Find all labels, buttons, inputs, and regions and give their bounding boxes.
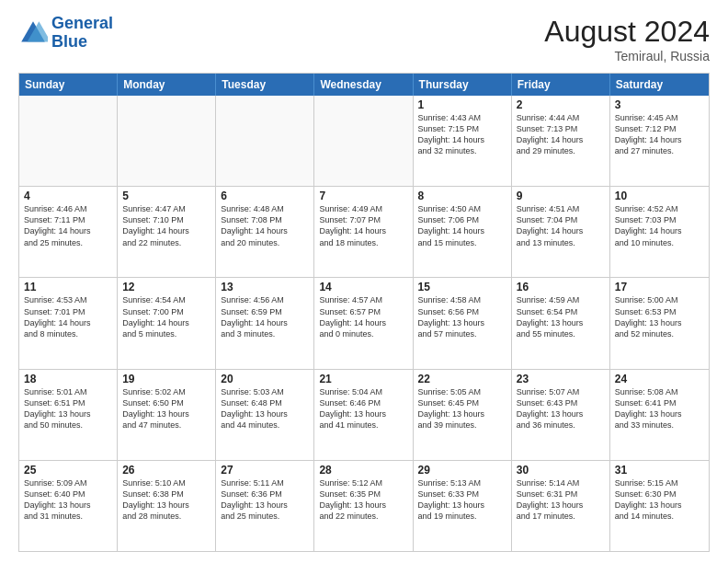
- cal-cell-4-3: 20Sunrise: 5:03 AM Sunset: 6:48 PM Dayli…: [216, 370, 314, 460]
- cal-cell-3-6: 16Sunrise: 4:59 AM Sunset: 6:54 PM Dayli…: [512, 278, 610, 368]
- cell-text: Sunrise: 5:10 AM Sunset: 6:38 PM Dayligh…: [122, 477, 210, 523]
- cell-text: Sunrise: 4:54 AM Sunset: 7:00 PM Dayligh…: [122, 294, 210, 339]
- cal-cell-3-2: 12Sunrise: 4:54 AM Sunset: 7:00 PM Dayli…: [118, 278, 216, 368]
- cal-cell-1-1: [19, 96, 118, 186]
- cell-text: Sunrise: 5:05 AM Sunset: 6:45 PM Dayligh…: [418, 386, 506, 431]
- day-number: 15: [418, 281, 506, 293]
- cal-cell-3-4: 14Sunrise: 4:57 AM Sunset: 6:57 PM Dayli…: [314, 278, 413, 368]
- logo-line2: Blue: [51, 33, 113, 52]
- day-number: 25: [24, 464, 112, 477]
- cal-cell-4-7: 24Sunrise: 5:08 AM Sunset: 6:41 PM Dayli…: [610, 370, 709, 460]
- day-number: 24: [615, 373, 704, 385]
- title-block: August 2024 Temiraul, Russia: [544, 15, 710, 63]
- month-year: August 2024: [544, 15, 710, 49]
- header-friday: Friday: [512, 74, 610, 96]
- day-number: 10: [615, 190, 704, 202]
- logo-line1: General: [51, 15, 113, 33]
- header-wednesday: Wednesday: [314, 74, 413, 96]
- day-number: 26: [122, 464, 210, 477]
- day-number: 22: [418, 373, 506, 385]
- logo: General Blue: [18, 15, 113, 52]
- day-number: 27: [221, 464, 309, 477]
- cell-text: Sunrise: 5:07 AM Sunset: 6:43 PM Dayligh…: [517, 386, 605, 431]
- calendar-body: 1Sunrise: 4:43 AM Sunset: 7:15 PM Daylig…: [19, 96, 709, 551]
- cal-cell-2-5: 8Sunrise: 4:50 AM Sunset: 7:06 PM Daylig…: [414, 187, 512, 277]
- header-monday: Monday: [118, 74, 216, 96]
- cal-cell-2-2: 5Sunrise: 4:47 AM Sunset: 7:10 PM Daylig…: [118, 187, 216, 277]
- cell-text: Sunrise: 5:14 AM Sunset: 6:31 PM Dayligh…: [517, 477, 605, 523]
- page: General Blue August 2024 Temiraul, Russi…: [0, 0, 728, 563]
- cell-text: Sunrise: 4:57 AM Sunset: 6:57 PM Dayligh…: [319, 294, 407, 339]
- day-number: 11: [24, 281, 112, 293]
- cell-text: Sunrise: 5:11 AM Sunset: 6:36 PM Dayligh…: [221, 477, 309, 523]
- cal-row-2: 4Sunrise: 4:46 AM Sunset: 7:11 PM Daylig…: [19, 186, 709, 277]
- header: General Blue August 2024 Temiraul, Russi…: [18, 15, 710, 63]
- cal-cell-1-7: 3Sunrise: 4:45 AM Sunset: 7:12 PM Daylig…: [610, 96, 709, 186]
- cal-cell-4-6: 23Sunrise: 5:07 AM Sunset: 6:43 PM Dayli…: [512, 370, 610, 460]
- cal-cell-1-4: [314, 96, 413, 186]
- header-tuesday: Tuesday: [216, 74, 314, 96]
- cal-cell-5-4: 28Sunrise: 5:12 AM Sunset: 6:35 PM Dayli…: [314, 461, 413, 551]
- cell-text: Sunrise: 4:56 AM Sunset: 6:59 PM Dayligh…: [221, 294, 309, 339]
- cal-row-5: 25Sunrise: 5:09 AM Sunset: 6:40 PM Dayli…: [19, 460, 709, 551]
- cal-cell-2-4: 7Sunrise: 4:49 AM Sunset: 7:07 PM Daylig…: [314, 187, 413, 277]
- cell-text: Sunrise: 4:49 AM Sunset: 7:07 PM Dayligh…: [319, 203, 407, 248]
- day-number: 3: [615, 98, 704, 111]
- cell-text: Sunrise: 4:46 AM Sunset: 7:11 PM Dayligh…: [24, 203, 112, 248]
- day-number: 16: [517, 281, 605, 293]
- cal-cell-2-3: 6Sunrise: 4:48 AM Sunset: 7:08 PM Daylig…: [216, 187, 314, 277]
- day-number: 9: [517, 190, 605, 202]
- cal-cell-4-1: 18Sunrise: 5:01 AM Sunset: 6:51 PM Dayli…: [19, 370, 118, 460]
- day-number: 4: [24, 190, 112, 202]
- day-number: 13: [221, 281, 309, 293]
- cell-text: Sunrise: 5:00 AM Sunset: 6:53 PM Dayligh…: [615, 294, 704, 339]
- cal-cell-5-5: 29Sunrise: 5:13 AM Sunset: 6:33 PM Dayli…: [414, 461, 512, 551]
- logo-text: General Blue: [51, 15, 113, 52]
- day-number: 18: [24, 373, 112, 385]
- cal-row-4: 18Sunrise: 5:01 AM Sunset: 6:51 PM Dayli…: [19, 369, 709, 460]
- day-number: 19: [122, 373, 210, 385]
- cal-cell-4-5: 22Sunrise: 5:05 AM Sunset: 6:45 PM Dayli…: [414, 370, 512, 460]
- day-number: 17: [615, 281, 704, 293]
- cal-cell-1-2: [118, 96, 216, 186]
- cal-row-3: 11Sunrise: 4:53 AM Sunset: 7:01 PM Dayli…: [19, 277, 709, 368]
- cal-row-1: 1Sunrise: 4:43 AM Sunset: 7:15 PM Daylig…: [19, 96, 709, 186]
- day-number: 12: [122, 281, 210, 293]
- cal-cell-3-3: 13Sunrise: 4:56 AM Sunset: 6:59 PM Dayli…: [216, 278, 314, 368]
- day-number: 29: [418, 464, 506, 477]
- cell-text: Sunrise: 5:12 AM Sunset: 6:35 PM Dayligh…: [319, 477, 407, 523]
- day-number: 6: [221, 190, 309, 202]
- cell-text: Sunrise: 4:48 AM Sunset: 7:08 PM Dayligh…: [221, 203, 309, 248]
- day-number: 31: [615, 464, 704, 477]
- calendar: Sunday Monday Tuesday Wednesday Thursday…: [18, 73, 710, 552]
- cell-text: Sunrise: 4:43 AM Sunset: 7:15 PM Dayligh…: [418, 112, 506, 157]
- cal-cell-5-2: 26Sunrise: 5:10 AM Sunset: 6:38 PM Dayli…: [118, 461, 216, 551]
- cell-text: Sunrise: 4:53 AM Sunset: 7:01 PM Dayligh…: [24, 294, 112, 339]
- day-number: 2: [517, 98, 605, 111]
- cell-text: Sunrise: 4:52 AM Sunset: 7:03 PM Dayligh…: [615, 203, 704, 248]
- cell-text: Sunrise: 5:04 AM Sunset: 6:46 PM Dayligh…: [319, 386, 407, 431]
- cell-text: Sunrise: 4:45 AM Sunset: 7:12 PM Dayligh…: [615, 112, 704, 157]
- cell-text: Sunrise: 5:08 AM Sunset: 6:41 PM Dayligh…: [615, 386, 704, 431]
- cell-text: Sunrise: 4:44 AM Sunset: 7:13 PM Dayligh…: [517, 112, 605, 157]
- cell-text: Sunrise: 5:15 AM Sunset: 6:30 PM Dayligh…: [615, 477, 704, 523]
- cell-text: Sunrise: 4:59 AM Sunset: 6:54 PM Dayligh…: [517, 294, 605, 339]
- cal-cell-2-6: 9Sunrise: 4:51 AM Sunset: 7:04 PM Daylig…: [512, 187, 610, 277]
- day-number: 28: [319, 464, 407, 477]
- day-number: 20: [221, 373, 309, 385]
- day-number: 1: [418, 98, 506, 111]
- cell-text: Sunrise: 5:02 AM Sunset: 6:50 PM Dayligh…: [122, 386, 210, 431]
- cal-cell-5-6: 30Sunrise: 5:14 AM Sunset: 6:31 PM Dayli…: [512, 461, 610, 551]
- cell-text: Sunrise: 5:03 AM Sunset: 6:48 PM Dayligh…: [221, 386, 309, 431]
- day-number: 30: [517, 464, 605, 477]
- location: Temiraul, Russia: [544, 49, 710, 63]
- cal-cell-5-1: 25Sunrise: 5:09 AM Sunset: 6:40 PM Dayli…: [19, 461, 118, 551]
- cell-text: Sunrise: 5:09 AM Sunset: 6:40 PM Dayligh…: [24, 477, 112, 523]
- cell-text: Sunrise: 4:51 AM Sunset: 7:04 PM Dayligh…: [517, 203, 605, 248]
- day-number: 14: [319, 281, 407, 293]
- day-number: 8: [418, 190, 506, 202]
- cal-cell-5-7: 31Sunrise: 5:15 AM Sunset: 6:30 PM Dayli…: [610, 461, 709, 551]
- cal-cell-1-6: 2Sunrise: 4:44 AM Sunset: 7:13 PM Daylig…: [512, 96, 610, 186]
- header-thursday: Thursday: [414, 74, 512, 96]
- cal-cell-5-3: 27Sunrise: 5:11 AM Sunset: 6:36 PM Dayli…: [216, 461, 314, 551]
